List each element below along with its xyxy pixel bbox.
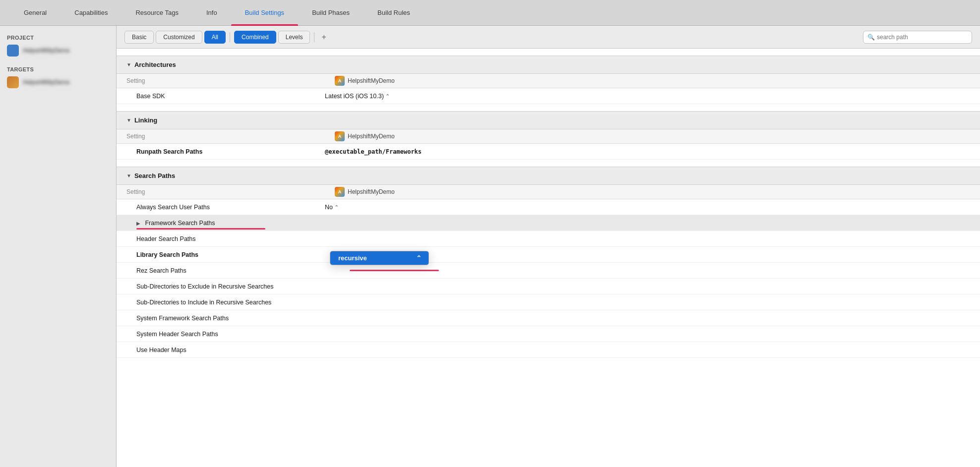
library-search-row[interactable]: Library Search Paths recursive ⌃ bbox=[117, 247, 980, 263]
dropdown-checkmark: ⌃ bbox=[416, 254, 422, 262]
library-search-name-text: Library Search Paths bbox=[136, 251, 198, 258]
system-header-search-name: System Header Search Paths bbox=[136, 331, 325, 338]
content-area: Basic Customized All Combined Levels + 🔍… bbox=[117, 26, 980, 467]
tab-resource-tags[interactable]: Resource Tags bbox=[122, 0, 192, 26]
linking-triangle[interactable]: ▼ bbox=[126, 117, 131, 123]
sidebar-item-target[interactable]: HelpshiftMyDemo bbox=[0, 74, 116, 90]
sp-app-icon: A bbox=[335, 187, 345, 197]
use-header-maps-row[interactable]: Use Header Maps bbox=[117, 342, 980, 358]
linking-app-col: A HelpshiftMyDemo bbox=[335, 131, 395, 141]
use-header-maps-name: Use Header Maps bbox=[136, 347, 325, 353]
system-framework-search-row[interactable]: System Framework Search Paths bbox=[117, 310, 980, 326]
tab-resource-tags-label: Resource Tags bbox=[135, 9, 178, 16]
framework-search-row[interactable]: ▶ Framework Search Paths bbox=[117, 215, 980, 231]
project-section-label: PROJECT bbox=[0, 32, 116, 43]
tab-build-settings-label: Build Settings bbox=[245, 9, 285, 16]
always-search-value-text: No bbox=[325, 204, 333, 211]
arch-app-icon: A bbox=[335, 76, 345, 86]
linking-setting-col-label: Setting bbox=[126, 133, 145, 140]
linking-app-icon: A bbox=[335, 131, 345, 141]
subdirs-exclude-name: Sub-Directories to Exclude in Recursive … bbox=[136, 283, 325, 290]
linking-col-header: Setting A HelpshiftMyDemo bbox=[117, 129, 980, 144]
filter-combined-button[interactable]: Combined bbox=[234, 31, 276, 44]
always-search-row[interactable]: Always Search User Paths No ⌃ bbox=[117, 199, 980, 215]
filter-customized-button[interactable]: Customized bbox=[156, 31, 202, 44]
search-input[interactable] bbox=[877, 34, 968, 41]
architectures-title: Architectures bbox=[134, 61, 176, 68]
tab-build-settings[interactable]: Build Settings bbox=[231, 0, 299, 26]
spacer-2 bbox=[117, 104, 980, 111]
system-header-search-row[interactable]: System Header Search Paths bbox=[117, 326, 980, 342]
base-sdk-value-text: Latest iOS (iOS 10.3) bbox=[325, 93, 384, 100]
settings-content: ▼ Architectures Setting A HelpshiftMyDem… bbox=[117, 49, 980, 467]
framework-collapse-arrow[interactable]: ▶ bbox=[136, 221, 140, 226]
filter-separator bbox=[230, 32, 230, 42]
linking-title: Linking bbox=[134, 117, 157, 124]
filter-basic-button[interactable]: Basic bbox=[124, 31, 154, 44]
tab-info[interactable]: Info bbox=[192, 0, 231, 26]
subdirs-include-row[interactable]: Sub-Directories to Include in Recursive … bbox=[117, 294, 980, 310]
recursive-dropdown[interactable]: recursive ⌃ bbox=[330, 251, 429, 265]
header-search-name: Header Search Paths bbox=[136, 235, 325, 242]
search-box: 🔍 bbox=[863, 31, 972, 44]
architectures-col-header: Setting A HelpshiftMyDemo bbox=[117, 74, 980, 88]
sp-app-col: A HelpshiftMyDemo bbox=[335, 187, 395, 197]
sidebar-item-project[interactable]: HelpshiftMyDemo bbox=[0, 43, 116, 58]
target-icon bbox=[7, 76, 19, 88]
search-paths-col-header: Setting A HelpshiftMyDemo bbox=[117, 185, 980, 199]
project-icon bbox=[7, 45, 19, 57]
linking-app-name: HelpshiftMyDemo bbox=[348, 133, 395, 140]
search-icon: 🔍 bbox=[867, 34, 875, 41]
tab-capabilities[interactable]: Capabilities bbox=[61, 0, 122, 26]
always-search-value: No ⌃ bbox=[325, 204, 339, 211]
framework-search-name: ▶ Framework Search Paths bbox=[136, 220, 325, 227]
target-name: HelpshiftMyDemo bbox=[23, 79, 70, 86]
base-sdk-value: Latest iOS (iOS 10.3) ⌃ bbox=[325, 93, 390, 100]
col-setting-sp: Setting bbox=[126, 188, 335, 195]
base-sdk-name: Base SDK bbox=[136, 93, 325, 100]
sidebar: PROJECT HelpshiftMyDemo TARGETS Helpshif… bbox=[0, 26, 117, 467]
tab-general[interactable]: General bbox=[10, 0, 61, 26]
main-layout: PROJECT HelpshiftMyDemo TARGETS Helpshif… bbox=[0, 26, 980, 467]
tab-build-phases-label: Build Phases bbox=[312, 9, 350, 16]
architectures-section-header: ▼ Architectures bbox=[117, 56, 980, 74]
col-setting-arch: Setting bbox=[126, 77, 335, 84]
pink-annotation-framework bbox=[136, 228, 265, 230]
arch-app-col: A HelpshiftMyDemo bbox=[335, 76, 395, 86]
base-sdk-stepper[interactable]: ⌃ bbox=[385, 93, 390, 99]
tab-build-rules[interactable]: Build Rules bbox=[364, 0, 424, 26]
sp-setting-col-label: Setting bbox=[126, 188, 145, 195]
tab-build-phases[interactable]: Build Phases bbox=[298, 0, 364, 26]
tab-general-label: General bbox=[24, 9, 47, 16]
filter-add-button[interactable]: + bbox=[318, 33, 329, 42]
project-name: HelpshiftMyDemo bbox=[23, 47, 70, 54]
pink-annotation-dropdown bbox=[350, 270, 439, 271]
library-search-name: Library Search Paths bbox=[136, 251, 325, 258]
runpath-row[interactable]: Runpath Search Paths @executable_path/Fr… bbox=[117, 144, 980, 160]
col-setting-link: Setting bbox=[126, 133, 335, 140]
subdirs-exclude-row[interactable]: Sub-Directories to Exclude in Recursive … bbox=[117, 279, 980, 294]
search-paths-section-header: ▼ Search Paths bbox=[117, 167, 980, 185]
always-search-name: Always Search User Paths bbox=[136, 204, 325, 211]
sp-app-name: HelpshiftMyDemo bbox=[348, 188, 395, 195]
rez-search-row[interactable]: Rez Search Paths bbox=[117, 263, 980, 279]
recursive-option[interactable]: recursive ⌃ bbox=[330, 251, 429, 265]
header-search-row[interactable]: Header Search Paths bbox=[117, 231, 980, 247]
runpath-name-text: Runpath Search Paths bbox=[136, 148, 202, 155]
base-sdk-row[interactable]: Base SDK Latest iOS (iOS 10.3) ⌃ bbox=[117, 88, 980, 104]
filter-all-button[interactable]: All bbox=[204, 31, 226, 44]
spacer-3 bbox=[117, 160, 980, 167]
rez-search-name: Rez Search Paths bbox=[136, 267, 325, 274]
spacer-1 bbox=[117, 49, 980, 56]
tab-capabilities-label: Capabilities bbox=[74, 9, 108, 16]
always-search-stepper[interactable]: ⌃ bbox=[334, 204, 339, 210]
setting-col-label: Setting bbox=[126, 77, 145, 84]
targets-section-label: TARGETS bbox=[0, 63, 116, 74]
architectures-triangle[interactable]: ▼ bbox=[126, 62, 131, 67]
system-framework-search-name: System Framework Search Paths bbox=[136, 315, 325, 322]
arch-app-name: HelpshiftMyDemo bbox=[348, 77, 395, 84]
tab-info-label: Info bbox=[206, 9, 217, 16]
tab-bar: General Capabilities Resource Tags Info … bbox=[0, 0, 980, 26]
search-paths-triangle[interactable]: ▼ bbox=[126, 173, 131, 178]
filter-levels-button[interactable]: Levels bbox=[278, 31, 310, 44]
